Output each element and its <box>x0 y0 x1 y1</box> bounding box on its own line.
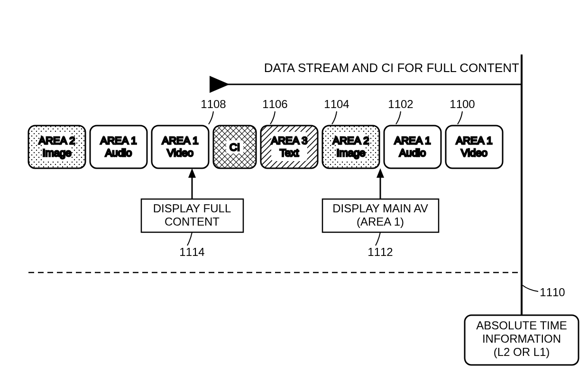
svg-text:AREA 3: AREA 3 <box>271 135 307 146</box>
ref-1102: 1102 <box>388 98 413 110</box>
leader-1110 <box>523 285 538 291</box>
svg-text:AREA 2: AREA 2 <box>332 135 369 146</box>
arrowhead-display-full <box>188 168 196 178</box>
svg-text:Text: Text <box>280 147 299 159</box>
stream-blocks: AREA 2 Image AREA 1 Audio AREA 1 Video C… <box>28 126 503 168</box>
leader-1112 <box>376 232 380 246</box>
svg-text:AREA 2: AREA 2 <box>38 135 75 146</box>
svg-text:CI: CI <box>230 141 240 153</box>
ref-1110: 1110 <box>540 286 565 299</box>
svg-text:AREA 1: AREA 1 <box>456 135 492 146</box>
display-main-av-box: DISPLAY MAIN AV (AREA 1) <box>322 199 439 232</box>
absolute-time-info-box: ABSOLUTE TIME INFORMATION (L2 OR L1) <box>465 315 579 365</box>
ref-1106: 1106 <box>262 98 287 110</box>
svg-text:Image: Image <box>336 147 365 159</box>
svg-text:Audio: Audio <box>105 147 132 159</box>
svg-text:ABSOLUTE TIME: ABSOLUTE TIME <box>476 319 567 332</box>
svg-text:(AREA 1): (AREA 1) <box>357 215 404 228</box>
block-area1-video-right: AREA 1 Video <box>446 126 503 168</box>
svg-text:DISPLAY MAIN AV: DISPLAY MAIN AV <box>332 202 428 215</box>
ref-1104: 1104 <box>324 98 349 110</box>
display-full-content-box: DISPLAY FULL CONTENT <box>141 199 243 232</box>
svg-text:DISPLAY FULL: DISPLAY FULL <box>153 202 231 215</box>
leader-1102 <box>396 111 401 124</box>
svg-text:AREA 1: AREA 1 <box>162 135 198 146</box>
ref-1108: 1108 <box>201 98 226 110</box>
svg-text:AREA 1: AREA 1 <box>100 135 137 146</box>
ref-1100: 1100 <box>450 98 475 110</box>
diagram-canvas: DATA STREAM AND CI FOR FULL CONTENT 1108… <box>0 0 588 391</box>
leader-1104 <box>332 111 337 124</box>
block-area2-image-right: AREA 2 Image <box>322 126 379 168</box>
svg-text:Image: Image <box>42 147 71 159</box>
block-area1-audio-left: AREA 1 Audio <box>90 126 147 168</box>
stream-arrow-label: DATA STREAM AND CI FOR FULL CONTENT <box>264 61 519 75</box>
leader-1114 <box>187 232 192 246</box>
svg-text:INFORMATION: INFORMATION <box>482 332 561 345</box>
ref-1114: 1114 <box>179 246 204 258</box>
leader-1100 <box>458 111 462 124</box>
ref-1112: 1112 <box>368 246 393 258</box>
svg-text:(L2 OR L1): (L2 OR L1) <box>494 346 550 358</box>
arrowhead-display-main <box>377 168 384 178</box>
svg-text:Video: Video <box>167 147 193 159</box>
block-area3-text: AREA 3 Text <box>261 126 318 168</box>
block-area1-audio-right: AREA 1 Audio <box>384 126 441 168</box>
svg-text:CONTENT: CONTENT <box>165 215 220 228</box>
block-area2-image-left: AREA 2 Image <box>28 126 85 168</box>
svg-text:Video: Video <box>461 147 487 159</box>
leader-1106 <box>270 111 275 124</box>
block-ci: CI <box>213 126 256 168</box>
svg-text:Audio: Audio <box>399 147 426 159</box>
svg-text:AREA 1: AREA 1 <box>394 135 431 146</box>
block-area1-video-left: AREA 1 Video <box>152 126 209 168</box>
leader-1108 <box>209 111 213 124</box>
